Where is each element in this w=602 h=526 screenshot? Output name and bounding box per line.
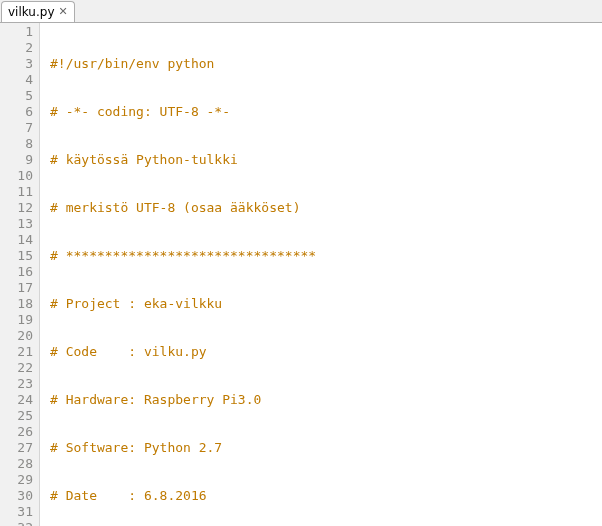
line-number: 25	[0, 408, 33, 424]
comment: # -*- coding: UTF-8 -*-	[50, 104, 230, 119]
line-number: 14	[0, 232, 33, 248]
comment: # Date : 6.8.2016	[50, 488, 207, 503]
comment: # merkistö UTF-8 (osaa ääkköset)	[50, 200, 300, 215]
line-number: 5	[0, 88, 33, 104]
line-number: 16	[0, 264, 33, 280]
line-number: 13	[0, 216, 33, 232]
line-number: 21	[0, 344, 33, 360]
line-number: 29	[0, 472, 33, 488]
comment: # Software: Python 2.7	[50, 440, 222, 455]
file-tab[interactable]: vilku.py ✕	[1, 1, 75, 22]
line-number: 15	[0, 248, 33, 264]
tab-bar: vilku.py ✕	[0, 0, 602, 23]
comment: # Hardware: Raspberry Pi3.0	[50, 392, 261, 407]
line-number: 17	[0, 280, 33, 296]
line-number: 8	[0, 136, 33, 152]
line-number: 19	[0, 312, 33, 328]
line-number: 20	[0, 328, 33, 344]
line-number: 31	[0, 504, 33, 520]
comment: # Project : eka-vilkku	[50, 296, 222, 311]
line-number: 11	[0, 184, 33, 200]
line-number: 9	[0, 152, 33, 168]
line-number: 24	[0, 392, 33, 408]
line-number: 26	[0, 424, 33, 440]
line-number: 28	[0, 456, 33, 472]
line-number: 32	[0, 520, 33, 526]
comment: # ********************************	[50, 248, 316, 263]
line-number: 12	[0, 200, 33, 216]
comment: # käytössä Python-tulkki	[50, 152, 238, 167]
line-number-gutter: 1234567891011121314151617181920212223242…	[0, 23, 40, 526]
line-number: 3	[0, 56, 33, 72]
line-number: 22	[0, 360, 33, 376]
line-number: 7	[0, 120, 33, 136]
line-number: 30	[0, 488, 33, 504]
code-area[interactable]: #!/usr/bin/env python # -*- coding: UTF-…	[40, 23, 602, 526]
line-number: 27	[0, 440, 33, 456]
editor: 1234567891011121314151617181920212223242…	[0, 23, 602, 526]
close-icon[interactable]: ✕	[59, 4, 68, 20]
line-number: 10	[0, 168, 33, 184]
line-number: 6	[0, 104, 33, 120]
tab-label: vilku.py	[8, 4, 55, 20]
comment: #!/usr/bin/env python	[50, 56, 214, 71]
line-number: 4	[0, 72, 33, 88]
comment: # Code : vilku.py	[50, 344, 207, 359]
line-number: 1	[0, 24, 33, 40]
line-number: 2	[0, 40, 33, 56]
line-number: 18	[0, 296, 33, 312]
line-number: 23	[0, 376, 33, 392]
